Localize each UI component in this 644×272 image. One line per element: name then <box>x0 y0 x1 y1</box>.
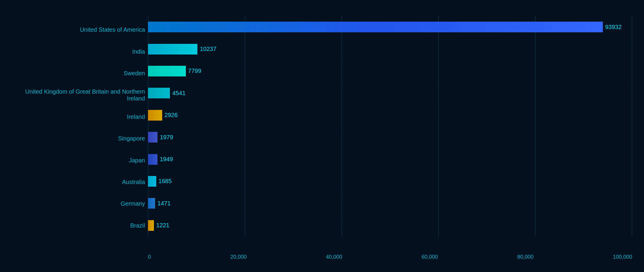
bar-row-1: 10237 <box>148 40 632 58</box>
bar-5 <box>148 132 157 143</box>
bar-row-8: 1471 <box>148 194 632 212</box>
x-labels: 020,00040,00060,00080,000100,000 <box>148 254 632 260</box>
bar-6 <box>148 154 157 165</box>
y-label-3: United Kingdom of Great Britain and Nort… <box>12 86 145 104</box>
bar-9 <box>148 220 154 231</box>
bar-wrapper-1: 10237 <box>148 44 632 55</box>
bar-2 <box>148 66 186 76</box>
bar-wrapper-2: 7799 <box>148 66 632 76</box>
bar-row-0: 93932 <box>148 18 632 36</box>
bar-row-4: 2926 <box>148 106 632 124</box>
bar-8 <box>148 198 155 209</box>
bar-7 <box>148 176 156 187</box>
bar-row-5: 1979 <box>148 128 632 146</box>
bar-wrapper-8: 1471 <box>148 198 632 209</box>
bar-value-0: 93932 <box>605 24 622 31</box>
y-label-1: India <box>12 43 145 60</box>
bar-value-4: 2926 <box>165 112 178 119</box>
bar-value-6: 1949 <box>160 156 173 163</box>
chart-area: United States of AmericaIndiaSwedenUnite… <box>12 16 632 260</box>
bar-0 <box>148 22 603 32</box>
y-label-2: Sweden <box>12 64 145 82</box>
bar-4 <box>148 110 162 121</box>
chart-inner: United States of AmericaIndiaSwedenUnite… <box>12 16 632 248</box>
bar-row-6: 1949 <box>148 151 632 168</box>
bar-value-9: 1221 <box>156 222 170 229</box>
bar-wrapper-4: 2926 <box>148 110 632 121</box>
bar-wrapper-0: 93932 <box>148 22 632 32</box>
page-container: United States of AmericaIndiaSwedenUnite… <box>0 0 644 272</box>
bar-wrapper-3: 4541 <box>148 88 632 98</box>
bar-wrapper-9: 1221 <box>148 220 632 231</box>
x-label-5: 100,000 <box>613 254 632 260</box>
y-label-5: Singapore <box>12 130 145 148</box>
bar-value-7: 1685 <box>159 178 172 185</box>
y-label-8: Germany <box>12 195 145 213</box>
bars-container: 9393210237779945412926197919491685147112… <box>148 16 632 236</box>
bar-1 <box>148 44 197 55</box>
y-label-0: United States of America <box>12 21 145 39</box>
x-label-3: 60,000 <box>422 254 438 260</box>
bar-row-2: 7799 <box>148 62 632 80</box>
bar-3 <box>148 88 170 98</box>
bar-row-3: 4541 <box>148 84 632 102</box>
x-label-0: 0 <box>148 254 151 260</box>
bar-wrapper-7: 1685 <box>148 176 632 187</box>
bar-wrapper-6: 1949 <box>148 154 632 165</box>
x-label-2: 40,000 <box>326 254 342 260</box>
bar-value-2: 7799 <box>188 68 202 74</box>
bar-value-8: 1471 <box>157 200 171 207</box>
bar-value-3: 4541 <box>172 90 186 97</box>
y-label-7: Australia <box>12 173 145 191</box>
bar-value-1: 10237 <box>200 46 216 52</box>
x-label-4: 80,000 <box>517 254 534 260</box>
y-label-9: Brazil <box>12 217 145 234</box>
bar-value-5: 1979 <box>160 134 173 141</box>
bars-area: 9393210237779945412926197919491685147112… <box>148 16 632 248</box>
bar-row-7: 1685 <box>148 172 632 190</box>
y-label-4: Ireland <box>12 108 145 126</box>
x-axis: 020,00040,00060,00080,000100,000 <box>148 248 632 260</box>
x-label-1: 20,000 <box>230 254 247 260</box>
y-labels: United States of AmericaIndiaSwedenUnite… <box>12 16 148 248</box>
bar-row-9: 1221 <box>148 217 632 234</box>
y-label-6: Japan <box>12 151 145 169</box>
bar-wrapper-5: 1979 <box>148 132 632 143</box>
